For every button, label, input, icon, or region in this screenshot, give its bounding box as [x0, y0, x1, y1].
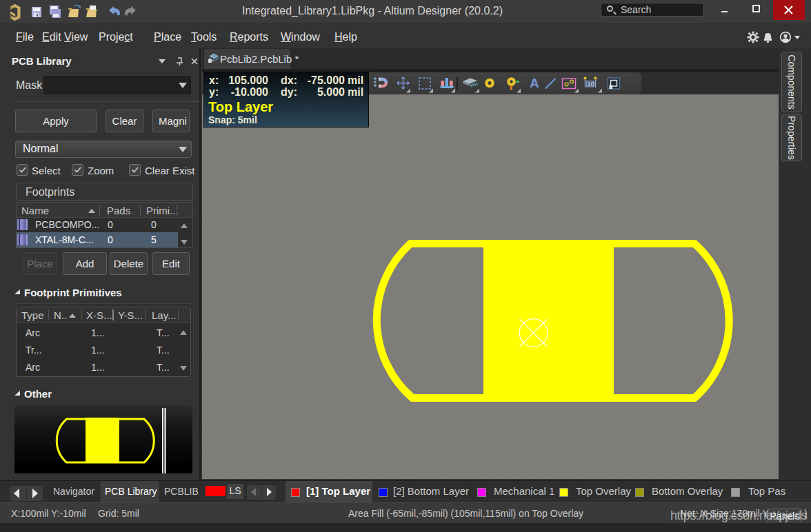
svg-text:A: A	[530, 76, 539, 90]
svg-text:10: 10	[588, 81, 594, 88]
